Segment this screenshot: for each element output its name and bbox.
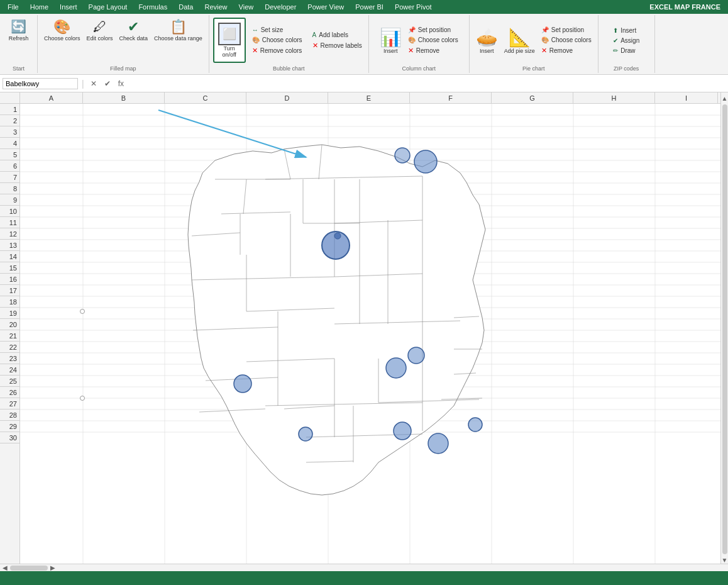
ribbon-group-start: 🔄 Refresh Start: [0, 15, 38, 73]
row-header-21[interactable]: 21: [0, 330, 19, 342]
row-header-20[interactable]: 20: [0, 319, 19, 330]
app-title: EXCEL MAP FRANCE: [649, 3, 725, 11]
set-position-column-button[interactable]: 📌 Set position: [405, 25, 461, 35]
row-header-14[interactable]: 14: [0, 251, 19, 262]
row-header-19[interactable]: 19: [0, 308, 19, 319]
menu-power-view[interactable]: Power View: [302, 2, 349, 12]
menu-home[interactable]: Home: [25, 2, 53, 12]
row-header-28[interactable]: 28: [0, 410, 19, 421]
row-header-25[interactable]: 25: [0, 376, 19, 387]
remove-labels-button[interactable]: ✕ Remove labels: [310, 40, 365, 51]
check-data-button[interactable]: ✔ Check data: [117, 18, 151, 43]
col-header-i[interactable]: I: [655, 92, 718, 103]
remove-colors-bubble-button[interactable]: ✕ Remove colors: [250, 45, 305, 56]
row-header-15[interactable]: 15: [0, 262, 19, 274]
add-pie-size-button[interactable]: 📐 Add pie size: [502, 26, 538, 55]
insert-function-button[interactable]: fx: [116, 79, 126, 88]
row-header-18[interactable]: 18: [0, 296, 19, 308]
cancel-formula-button[interactable]: ✕: [88, 79, 99, 88]
menu-page-layout[interactable]: Page Layout: [84, 2, 133, 12]
edit-colors-button[interactable]: 🖊 Edit colors: [84, 18, 116, 43]
formula-input[interactable]: [129, 79, 725, 89]
row-header-13[interactable]: 13: [0, 240, 19, 251]
cells-area[interactable]: [20, 104, 720, 564]
row-header-27[interactable]: 27: [0, 398, 19, 410]
assign-zip-button[interactable]: ✔ Assign: [610, 36, 642, 45]
row-header-5[interactable]: 5: [0, 149, 19, 160]
row-header-30[interactable]: 30: [0, 432, 19, 443]
set-size-button[interactable]: ↔ Set size: [250, 25, 305, 35]
col-header-d[interactable]: D: [246, 92, 328, 103]
row-header-26[interactable]: 26: [0, 387, 19, 398]
selection-handle-br[interactable]: [80, 396, 85, 401]
remove-pie-button[interactable]: ✕ Remove: [539, 45, 594, 56]
col-header-f[interactable]: F: [410, 92, 492, 103]
menu-insert[interactable]: Insert: [55, 2, 82, 12]
vertical-scrollbar[interactable]: ▲ ▼: [720, 92, 728, 564]
horizontal-scrollbar[interactable]: ◀ ▶: [0, 564, 728, 571]
ribbon-group-bubble-chart: ⬜ Turnon/off ↔ Set size 🎨 Choo: [209, 15, 369, 73]
row-header-29[interactable]: 29: [0, 421, 19, 432]
row-header-9[interactable]: 9: [0, 194, 19, 206]
bubble-bordeaux: [234, 375, 251, 393]
choose-colors-filled-button[interactable]: 🎨 Choose colors: [41, 18, 83, 43]
row-header-16[interactable]: 16: [0, 274, 19, 285]
row-header-24[interactable]: 24: [0, 364, 19, 376]
formula-bar: | ✕ ✔ fx: [0, 75, 728, 92]
col-header-a[interactable]: A: [20, 92, 83, 103]
row-header-4[interactable]: 4: [0, 138, 19, 149]
choose-colors-column-button[interactable]: 🎨 Choose colors: [405, 35, 461, 45]
menu-data[interactable]: Data: [174, 2, 198, 12]
col-header-h[interactable]: H: [573, 92, 655, 103]
formula-divider: |: [80, 79, 85, 89]
menu-file[interactable]: File: [3, 2, 24, 12]
menu-review[interactable]: Review: [199, 2, 232, 12]
set-position-pie-icon: 📌: [541, 26, 549, 33]
choose-data-range-button[interactable]: 📋 Choose data range: [152, 18, 205, 43]
menu-formulas[interactable]: Formulas: [133, 2, 172, 12]
bubble-nice: [468, 418, 482, 432]
choose-colors-bubble-button[interactable]: 🎨 Choose colors: [250, 35, 305, 45]
confirm-formula-button[interactable]: ✔: [102, 79, 113, 88]
choose-colors-pie-button[interactable]: 🎨 Choose colors: [539, 35, 594, 45]
scroll-down-icon[interactable]: ▼: [722, 557, 728, 564]
status-bar: [0, 571, 728, 585]
menu-power-bi[interactable]: Power BI: [350, 2, 389, 12]
remove-labels-icon: ✕: [312, 42, 318, 50]
row-header-1[interactable]: 1: [0, 104, 19, 115]
menu-view[interactable]: View: [234, 2, 259, 12]
bubble-lille: [414, 150, 437, 173]
scroll-right-icon[interactable]: ▶: [50, 564, 55, 571]
col-header-e[interactable]: E: [328, 92, 410, 103]
bubble-paris-small: [334, 233, 341, 239]
remove-column-button[interactable]: ✕ Remove: [405, 45, 461, 56]
set-position-pie-button[interactable]: 📌 Set position: [539, 25, 594, 35]
row-header-10[interactable]: 10: [0, 206, 19, 217]
row-header-2[interactable]: 2: [0, 115, 19, 126]
scroll-up-icon[interactable]: ▲: [722, 95, 728, 102]
row-header-23[interactable]: 23: [0, 353, 19, 364]
row-header-8[interactable]: 8: [0, 183, 19, 194]
col-header-b[interactable]: B: [83, 92, 165, 103]
row-header-22[interactable]: 22: [0, 342, 19, 353]
row-header-7[interactable]: 7: [0, 172, 19, 183]
row-header-12[interactable]: 12: [0, 228, 19, 240]
add-labels-button[interactable]: A Add labels: [310, 30, 365, 40]
insert-pie-button[interactable]: 🥧 Insert: [473, 26, 500, 55]
row-header-17[interactable]: 17: [0, 285, 19, 296]
row-header-6[interactable]: 6: [0, 160, 19, 172]
col-header-c[interactable]: C: [165, 92, 246, 103]
draw-zip-button[interactable]: ✏ Draw: [610, 46, 642, 55]
menu-developer[interactable]: Developer: [260, 2, 301, 12]
refresh-button[interactable]: 🔄 Refresh: [6, 18, 31, 43]
insert-zip-button[interactable]: ⬆ Insert: [610, 26, 642, 35]
turn-on-off-button[interactable]: ⬜ Turnon/off: [213, 18, 246, 63]
col-header-g[interactable]: G: [492, 92, 573, 103]
scroll-left-icon[interactable]: ◀: [3, 564, 8, 571]
insert-column-button[interactable]: 📊 Insert: [377, 26, 404, 55]
row-header-11[interactable]: 11: [0, 217, 19, 228]
name-box[interactable]: [3, 78, 78, 89]
selection-handle-tl[interactable]: [80, 309, 85, 314]
menu-power-pivot[interactable]: Power Pivot: [390, 2, 437, 12]
row-header-3[interactable]: 3: [0, 126, 19, 138]
